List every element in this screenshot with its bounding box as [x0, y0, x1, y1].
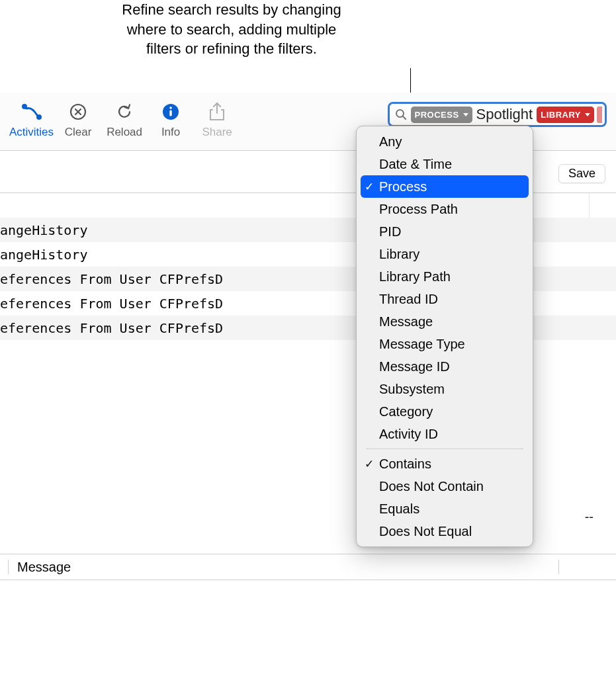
menu-item-does-not-equal[interactable]: Does Not Equal — [361, 520, 529, 542]
clear-button[interactable]: Clear — [56, 99, 100, 139]
search-scope-label: LIBRARY — [541, 110, 581, 120]
menu-item-library-path[interactable]: Library Path — [361, 265, 529, 288]
detail-placeholder: -- — [585, 509, 594, 525]
search-token-fragment — [597, 107, 602, 123]
activities-label: Activities — [9, 126, 54, 139]
menu-item-message-id[interactable]: Message ID — [361, 355, 529, 378]
menu-item-does-not-contain[interactable]: Does Not Contain — [361, 475, 529, 497]
menu-item-category[interactable]: Category — [361, 400, 529, 423]
callout-annotation: Refine search results by changing where … — [119, 0, 344, 59]
menu-item-activity-id[interactable]: Activity ID — [361, 423, 529, 445]
chevron-down-icon — [585, 113, 590, 116]
checkmark-icon: ✓ — [365, 457, 374, 471]
menu-item-message[interactable]: Message — [361, 310, 529, 333]
column-separator — [8, 560, 9, 574]
menu-item-any[interactable]: Any — [361, 130, 529, 153]
menu-item-message-type[interactable]: Message Type — [361, 333, 529, 355]
reload-button[interactable]: Reload — [103, 99, 146, 139]
activities-button[interactable]: Activities — [9, 99, 54, 139]
menu-divider — [366, 449, 523, 449]
info-button[interactable]: Info — [149, 99, 193, 139]
reload-icon — [115, 99, 134, 124]
search-icon — [394, 108, 408, 120]
activities-icon — [21, 99, 43, 124]
detail-column-header: Message — [0, 554, 616, 580]
search-value[interactable]: Spotlight — [475, 106, 535, 123]
save-button[interactable]: Save — [558, 164, 605, 183]
info-icon — [161, 99, 180, 124]
menu-item-thread-id[interactable]: Thread ID — [361, 288, 529, 310]
checkmark-icon: ✓ — [365, 180, 374, 194]
share-button: Share — [195, 99, 239, 139]
info-label: Info — [161, 126, 180, 139]
menu-item-process-path[interactable]: Process Path — [361, 198, 529, 220]
search-filter-token[interactable]: PROCESS — [411, 107, 472, 123]
clear-icon — [69, 99, 87, 124]
menu-item-pid[interactable]: PID — [361, 220, 529, 243]
share-icon — [208, 99, 226, 124]
search-filter-label: PROCESS — [415, 110, 459, 120]
clear-label: Clear — [65, 126, 92, 139]
menu-item-contains[interactable]: ✓Contains — [361, 453, 529, 475]
column-separator — [558, 560, 559, 574]
menu-item-library[interactable]: Library — [361, 243, 529, 265]
svg-point-4 — [169, 107, 172, 109]
menu-item-process[interactable]: ✓Process — [361, 175, 529, 198]
search-scope-token[interactable]: LIBRARY — [537, 107, 594, 123]
reload-label: Reload — [107, 126, 142, 139]
search-field[interactable]: PROCESS Spotlight LIBRARY — [388, 102, 607, 127]
menu-item-subsystem[interactable]: Subsystem — [361, 378, 529, 400]
chevron-down-icon — [463, 113, 468, 116]
column-message-label[interactable]: Message — [17, 560, 71, 575]
filter-dropdown-menu: Any Date & Time ✓Process Process Path PI… — [356, 126, 533, 547]
menu-item-equals[interactable]: Equals — [361, 497, 529, 520]
menu-item-date-time[interactable]: Date & Time — [361, 153, 529, 175]
share-label: Share — [202, 126, 232, 139]
svg-rect-5 — [169, 110, 171, 116]
